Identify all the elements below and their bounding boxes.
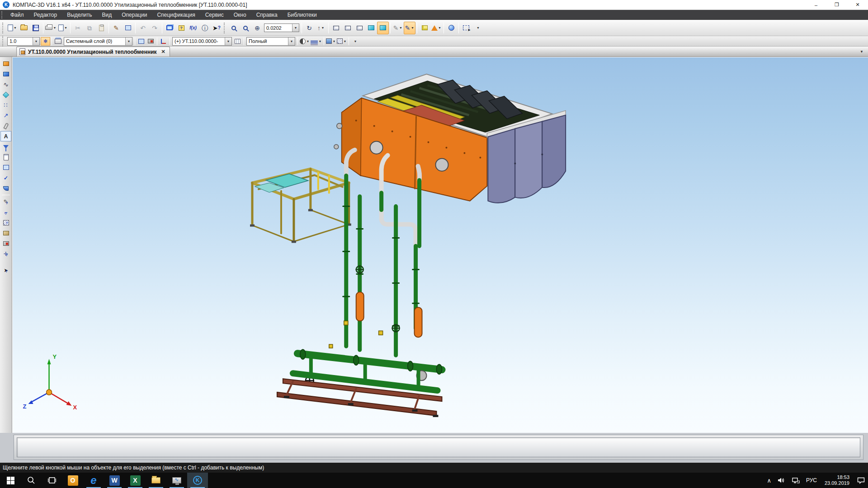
local-cs-button[interactable] [137, 37, 146, 46]
sidebar-arrays-button[interactable]: ∷ [0, 100, 11, 110]
step-combo[interactable]: 1.0 ▼ [7, 37, 40, 46]
taskbar-outlook-button[interactable]: O [62, 473, 83, 488]
3d-viewport[interactable]: Y X Z [12, 57, 868, 433]
action-center-button[interactable] [854, 473, 868, 488]
search-button[interactable] [21, 473, 42, 488]
redo-button[interactable]: ↷ [149, 22, 160, 34]
sidebar-sheet-metal-button[interactable] [0, 183, 11, 193]
paste-button[interactable] [95, 22, 107, 34]
toolbar-overflow-button[interactable]: ▼ [472, 22, 484, 34]
menu-operations[interactable]: Операции [117, 10, 152, 20]
sidebar-spatial-curves-button[interactable]: ∿ [0, 79, 11, 89]
extrude-operation-button[interactable]: ▼ [430, 22, 442, 34]
document-tab[interactable]: УТ.110.00.0000 Утилизационный теплообмен… [16, 47, 170, 56]
language-indicator[interactable]: РУС [803, 473, 820, 488]
minimize-button[interactable]: – [806, 0, 826, 9]
shaded-with-edges-button[interactable] [377, 22, 389, 34]
sidebar-report-button[interactable] [0, 162, 11, 173]
toolbar2-overflow-button[interactable]: ▼ [350, 37, 360, 46]
halftone-button[interactable]: ▼ [299, 37, 310, 46]
zoom-in-button[interactable]: ⊕ [251, 22, 263, 34]
orientation-front-button[interactable] [330, 22, 342, 34]
layer-combo[interactable]: Системный слой (0) ▼ [64, 37, 132, 46]
zoom-by-rectangle-button[interactable] [228, 22, 240, 34]
window-manager-button[interactable] [164, 22, 175, 34]
rounding-button[interactable] [445, 22, 457, 34]
taskbar-excel-button[interactable]: X [125, 473, 146, 488]
edit-in-place-button[interactable]: ✎▼ [404, 22, 415, 34]
sidebar-select-query-button[interactable]: ➤? [0, 265, 11, 276]
property-bar-field[interactable] [17, 437, 860, 457]
network-button[interactable] [788, 473, 803, 488]
menu-select[interactable]: Выделить [62, 10, 97, 20]
selection-frame-button[interactable] [460, 22, 472, 34]
snap-settings-button[interactable]: ✻ [41, 37, 50, 46]
sidebar-solid-body-button[interactable] [0, 69, 11, 79]
quality-combo[interactable]: Полный ▼ [246, 37, 295, 46]
taskbar-kompas-button[interactable]: K [187, 473, 208, 488]
copy-properties-button[interactable]: ✎ [110, 22, 122, 34]
taskbar-explorer-button[interactable] [146, 473, 166, 488]
cut-button[interactable]: ✂ [72, 22, 84, 34]
sidebar-surfaces-button[interactable] [0, 89, 11, 100]
tab-close-icon[interactable]: ✕ [161, 49, 165, 55]
maximize-button[interactable]: ❐ [826, 0, 847, 9]
placement-button[interactable] [146, 37, 156, 46]
insert-table-button[interactable] [122, 22, 134, 34]
coordinate-system-button[interactable] [159, 37, 168, 46]
variables-button[interactable]: f(x) [187, 22, 199, 34]
document-info-button[interactable]: ⓘ [199, 22, 211, 34]
sidebar-sketch-query-button[interactable]: ✎? [0, 197, 11, 207]
piping-model[interactable] [277, 150, 442, 417]
orientation-isometry-button[interactable] [342, 22, 354, 34]
toolbar-grip[interactable] [2, 23, 5, 33]
document-combo[interactable]: (+) УТ.110.00.0000- ▼ [172, 37, 232, 46]
document-combo-arrow-icon[interactable]: ▼ [225, 38, 231, 45]
menu-view[interactable]: Вид [97, 10, 117, 20]
quality-combo-arrow-icon[interactable]: ▼ [288, 38, 295, 45]
new-document-button[interactable]: ▼ [6, 22, 18, 34]
tab-list-dropdown[interactable]: ▼ [858, 50, 865, 54]
save-button[interactable] [30, 22, 42, 34]
menu-specification[interactable]: Спецификация [152, 10, 200, 20]
copy-button[interactable]: ⧉ [84, 22, 95, 34]
heat-exchanger-model[interactable] [334, 74, 566, 203]
hatch-button[interactable]: ▼ [336, 37, 347, 46]
sidebar-measure-button[interactable]: A [0, 131, 11, 141]
sidebar-contour-query-button[interactable]: ⌐? [0, 207, 11, 217]
tray-chevron-button[interactable]: ∧ [764, 473, 774, 488]
open-button[interactable] [18, 22, 30, 34]
edit-sketch-button[interactable]: ✎▼ [392, 22, 404, 34]
sidebar-assembly-edit-button[interactable] [0, 238, 11, 249]
support-frame-model[interactable] [250, 169, 351, 243]
toolbar-grip[interactable] [224, 23, 226, 33]
grid-toggle-button[interactable] [233, 37, 242, 46]
sidebar-attachments-button[interactable] [0, 121, 11, 131]
pan-view-button[interactable]: ↑▼ [315, 22, 327, 34]
3d-model-view[interactable]: Y X Z [13, 57, 868, 433]
taskbar-edge-button[interactable]: e [83, 473, 104, 488]
volume-button[interactable] [774, 473, 788, 488]
refresh-view-button[interactable]: ↻ [303, 22, 315, 34]
sidebar-edit-part-button[interactable] [0, 58, 11, 69]
sidebar-filter-button[interactable] [0, 141, 11, 152]
sidebar-part-library-button[interactable] [0, 228, 11, 238]
scale-combo[interactable]: 0.0202 ▼ [264, 23, 299, 32]
context-help-button[interactable]: ➤? [211, 22, 222, 34]
shaded-display-button[interactable] [365, 22, 377, 34]
menu-service[interactable]: Сервис [200, 10, 229, 20]
scale-combo-arrow-icon[interactable]: ▼ [292, 24, 299, 32]
line-style-button[interactable]: ▼ [310, 37, 322, 46]
sidebar-specification-button[interactable] [0, 152, 11, 162]
task-view-button[interactable] [42, 473, 62, 488]
orientation-custom-button[interactable] [354, 22, 365, 34]
taskbar-word-button[interactable]: W [104, 473, 125, 488]
start-button[interactable] [0, 473, 21, 488]
print-preview-button[interactable]: ▼ [57, 22, 69, 34]
menu-libraries[interactable]: Библиотеки [283, 10, 322, 20]
property-bar[interactable] [14, 435, 863, 460]
taskbar-monitor-button[interactable] [166, 473, 187, 488]
menu-window[interactable]: Окно [229, 10, 251, 20]
sidebar-hatch-query-button[interactable]: ? [0, 217, 11, 228]
sidebar-move-component-button[interactable]: ✛? [0, 249, 11, 259]
